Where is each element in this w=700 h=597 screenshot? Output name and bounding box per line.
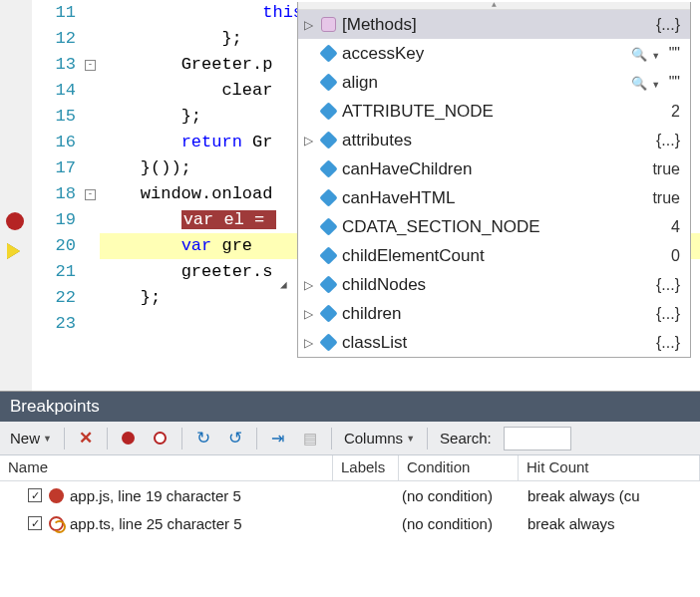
enable-all-button[interactable] — [146, 427, 175, 450]
intellisense-item[interactable]: canHaveChildrentrue — [298, 154, 690, 183]
item-label: childElementCount — [342, 246, 665, 266]
undo-button[interactable]: ↺ — [220, 427, 250, 450]
undo-icon: ↺ — [226, 430, 244, 448]
intellisense-item[interactable]: CDATA_SECTION_NODE4 — [298, 212, 690, 241]
breakpoint-row[interactable]: ✓app.ts, line 25 character 5(no conditio… — [0, 509, 700, 537]
item-value: true — [652, 189, 684, 207]
line-number: 12 — [32, 26, 76, 52]
separator — [331, 428, 332, 449]
intellisense-item[interactable]: ▷children{...} — [298, 299, 690, 328]
dropdown-icon[interactable]: ▼ — [651, 80, 660, 90]
breakpoint-name: app.js, line 19 character 5 — [70, 487, 327, 504]
new-breakpoint-button[interactable]: New▼ — [4, 427, 58, 449]
fold-toggle-icon[interactable]: - — [85, 189, 96, 200]
line-number: 11 — [32, 0, 76, 26]
magnifier-icon[interactable]: 🔍 — [631, 47, 647, 62]
intellisense-item[interactable]: align🔍▼ "" — [298, 68, 690, 97]
item-value: 0 — [671, 247, 684, 265]
expand-icon[interactable]: ▷ — [304, 307, 314, 321]
item-value: {...} — [656, 16, 684, 34]
disable-all-button[interactable] — [114, 427, 144, 450]
magnifier-icon[interactable]: 🔍 — [631, 76, 647, 91]
item-label: canHaveChildren — [342, 159, 646, 179]
property-icon — [320, 335, 336, 351]
line-number: 19 — [32, 207, 76, 233]
intellisense-item[interactable]: ATTRIBUTE_NODE2 — [298, 97, 690, 126]
dot-filled-icon — [120, 430, 138, 448]
breakpoints-header-row: Name Labels Condition Hit Count — [0, 455, 700, 481]
breakpoint-row[interactable]: ✓app.js, line 19 character 5(no conditio… — [0, 481, 700, 509]
dropdown-icon[interactable]: ▼ — [651, 51, 660, 61]
item-value: {...} — [656, 334, 684, 352]
property-icon — [320, 46, 336, 62]
intellisense-item[interactable]: ▷childNodes{...}◢ — [298, 270, 690, 299]
breakpoint-checkbox[interactable]: ✓ — [28, 516, 42, 530]
scroll-arrow-icon[interactable]: ◢ — [280, 278, 287, 291]
item-label: classList — [342, 333, 650, 353]
go-to-source-button[interactable]: ⇥ — [263, 427, 293, 450]
item-value: {...} — [656, 132, 684, 149]
columns-button[interactable]: Columns▼ — [338, 427, 421, 449]
outdent-icon: ⇥ — [269, 430, 287, 448]
separator — [107, 428, 108, 449]
property-icon — [320, 161, 336, 177]
separator — [256, 428, 257, 449]
breakpoint-marker-icon[interactable] — [6, 212, 24, 230]
export-button[interactable]: ▤ — [295, 427, 325, 450]
dropdown-icon: ▼ — [43, 434, 52, 444]
item-value: 4 — [671, 218, 684, 236]
item-label: align — [342, 73, 625, 93]
breakpoint-condition: (no condition) — [402, 487, 522, 504]
item-label: [Methods] — [342, 15, 650, 35]
code-editor[interactable]: 11121314151617181920212223 -- this. }; G… — [0, 0, 700, 391]
expand-icon[interactable]: ▷ — [304, 336, 314, 350]
item-label: attributes — [342, 131, 650, 150]
line-number: 21 — [32, 259, 76, 285]
breakpoint-checkbox[interactable]: ✓ — [28, 488, 42, 502]
property-icon — [320, 219, 336, 235]
property-icon — [320, 277, 336, 293]
dropdown-icon: ▼ — [406, 434, 415, 444]
expand-icon[interactable]: ▷ — [304, 134, 314, 148]
search-input[interactable] — [504, 427, 571, 450]
panel-toolbar: New▼ ✕ ↻ ↺ ⇥ ▤ Columns▼ Search: — [0, 422, 700, 455]
fold-gutter[interactable]: -- — [82, 0, 100, 391]
intellisense-popup[interactable]: ▲ ▷[Methods]{...}accessKey🔍▼ ""align🔍▼ "… — [297, 2, 691, 358]
col-header-name[interactable]: Name — [0, 455, 333, 480]
line-number: 22 — [32, 285, 76, 311]
col-header-condition[interactable]: Condition — [399, 455, 519, 480]
redo-button[interactable]: ↻ — [188, 427, 218, 450]
col-header-hitcount[interactable]: Hit Count — [519, 455, 700, 480]
redo-icon: ↻ — [194, 430, 212, 448]
intellisense-item[interactable]: childElementCount0 — [298, 241, 690, 270]
panel-title: Breakpoints — [0, 392, 700, 422]
separator — [427, 428, 428, 449]
search-label: Search: — [434, 427, 498, 449]
popup-resize-grip-icon[interactable]: ▲ — [298, 2, 690, 10]
delete-breakpoint-button[interactable]: ✕ — [71, 427, 101, 450]
intellisense-item[interactable]: accessKey🔍▼ "" — [298, 39, 690, 68]
fold-toggle-icon[interactable]: - — [85, 60, 96, 71]
line-number: 23 — [32, 311, 76, 337]
item-value: true — [652, 160, 684, 178]
expand-icon[interactable]: ▷ — [304, 278, 314, 292]
item-label: canHaveHTML — [342, 188, 646, 208]
col-header-labels[interactable]: Labels — [333, 455, 399, 480]
property-icon — [320, 104, 336, 120]
intellisense-item[interactable]: ▷classList{...} — [298, 328, 690, 357]
item-label: CDATA_SECTION_NODE — [342, 217, 665, 237]
intellisense-item[interactable]: canHaveHTMLtrue — [298, 183, 690, 212]
intellisense-item[interactable]: ▷[Methods]{...} — [298, 10, 690, 39]
property-icon — [320, 190, 336, 206]
item-value: {...} — [656, 276, 684, 294]
methods-icon — [320, 17, 336, 33]
breakpoint-gutter[interactable] — [0, 0, 32, 391]
breakpoint-icon — [48, 487, 64, 503]
item-label: ATTRIBUTE_NODE — [342, 102, 665, 122]
separator — [181, 428, 182, 449]
expand-icon[interactable]: ▷ — [304, 18, 314, 32]
dot-hollow-icon — [152, 430, 170, 448]
intellisense-item[interactable]: ▷attributes{...} — [298, 126, 690, 154]
execution-arrow-icon — [7, 243, 20, 259]
line-number: 14 — [32, 78, 76, 104]
